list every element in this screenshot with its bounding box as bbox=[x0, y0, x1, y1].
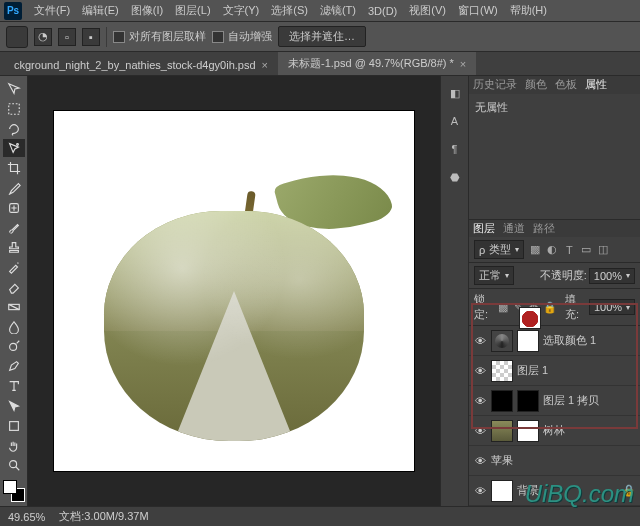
type-tool[interactable] bbox=[3, 377, 25, 395]
blend-mode-dropdown[interactable]: 正常▾ bbox=[474, 266, 514, 285]
filter-type-icon[interactable]: T bbox=[562, 243, 576, 257]
layer-row[interactable]: 👁 选取颜色 1 bbox=[469, 326, 640, 356]
visibility-icon[interactable]: 👁 bbox=[473, 365, 487, 377]
close-icon[interactable]: × bbox=[460, 58, 466, 70]
layer-row[interactable]: 👁 背景 🔒 bbox=[469, 476, 640, 506]
color-panel-icon[interactable]: ◧ bbox=[446, 84, 464, 102]
layer-thumb[interactable] bbox=[491, 420, 513, 442]
gradient-tool[interactable] bbox=[3, 298, 25, 316]
menu-view[interactable]: 视图(V) bbox=[403, 3, 452, 18]
layer-thumb[interactable] bbox=[519, 326, 541, 329]
layer-row[interactable]: 👁 苹果 bbox=[469, 446, 640, 476]
history-brush-tool[interactable] bbox=[3, 258, 25, 276]
layer-name[interactable]: 树林 bbox=[543, 423, 636, 438]
layer-name[interactable]: 背景 bbox=[517, 483, 618, 498]
color-swatch[interactable] bbox=[3, 480, 25, 502]
crop-tool[interactable] bbox=[3, 159, 25, 177]
canvas-area[interactable] bbox=[28, 76, 440, 506]
layer-kind-dropdown[interactable]: ρ类型▾ bbox=[474, 240, 524, 259]
paragraph-panel-icon[interactable]: ¶ bbox=[446, 140, 464, 158]
visibility-icon[interactable]: 👁 bbox=[473, 335, 487, 347]
stamp-tool[interactable] bbox=[3, 239, 25, 257]
eyedropper-tool[interactable] bbox=[3, 179, 25, 197]
libraries-panel-icon[interactable]: ⬣ bbox=[446, 168, 464, 186]
move-tool[interactable] bbox=[3, 80, 25, 98]
foreground-color[interactable] bbox=[3, 480, 17, 494]
sample-all-checkbox[interactable]: 对所有图层取样 bbox=[113, 29, 206, 44]
brush-size-icon[interactable]: ◔ bbox=[34, 28, 52, 46]
close-icon[interactable]: × bbox=[262, 59, 268, 71]
visibility-icon[interactable]: 👁 bbox=[473, 425, 487, 437]
menu-filter[interactable]: 滤镜(T) bbox=[314, 3, 362, 18]
menu-help[interactable]: 帮助(H) bbox=[504, 3, 553, 18]
tab-history[interactable]: 历史记录 bbox=[473, 77, 517, 92]
hand-tool[interactable] bbox=[3, 437, 25, 455]
refine-edge-button[interactable]: 选择并遮住… bbox=[278, 26, 366, 47]
current-tool-preset[interactable] bbox=[6, 26, 28, 48]
menu-type[interactable]: 文字(Y) bbox=[217, 3, 266, 18]
zoom-value[interactable]: 49.65% bbox=[8, 511, 45, 523]
shape-tool[interactable] bbox=[3, 417, 25, 435]
layer-row[interactable]: 👁 图层 1 bbox=[469, 356, 640, 386]
path-select-tool[interactable] bbox=[3, 397, 25, 415]
layer-thumb[interactable] bbox=[491, 480, 513, 502]
doc-size-label[interactable]: 文档:3.00M/9.37M bbox=[59, 509, 148, 524]
opacity-input[interactable]: 100%▾ bbox=[589, 268, 635, 284]
quick-select-tool[interactable] bbox=[3, 139, 25, 157]
lock-all-icon[interactable]: 🔒 bbox=[543, 300, 557, 314]
dodge-tool[interactable] bbox=[3, 338, 25, 356]
layer-row[interactable]: 👁 树林 bbox=[469, 416, 640, 446]
tab-properties[interactable]: 属性 bbox=[585, 77, 607, 92]
layer-thumb[interactable] bbox=[491, 390, 513, 412]
lock-transparent-icon[interactable]: ▩ bbox=[498, 300, 509, 314]
tab-color[interactable]: 颜色 bbox=[525, 77, 547, 92]
layer-name[interactable]: 图层 1 bbox=[517, 363, 636, 378]
tab-channels[interactable]: 通道 bbox=[503, 221, 525, 236]
visibility-icon[interactable]: 👁 bbox=[473, 455, 487, 467]
character-panel-icon[interactable]: A bbox=[446, 112, 464, 130]
menu-select[interactable]: 选择(S) bbox=[265, 3, 314, 18]
new-selection-icon[interactable]: ▫ bbox=[58, 28, 76, 46]
menu-3d[interactable]: 3D(D) bbox=[362, 5, 403, 17]
filter-shape-icon[interactable]: ▭ bbox=[579, 243, 593, 257]
document-canvas[interactable] bbox=[54, 111, 414, 471]
auto-enhance-checkbox[interactable]: 自动增强 bbox=[212, 29, 272, 44]
menu-layer[interactable]: 图层(L) bbox=[169, 3, 216, 18]
layers-list[interactable]: 👁 选取颜色 1 👁 图层 1 👁 图层 1 拷贝 bbox=[469, 326, 640, 506]
menu-edit[interactable]: 编辑(E) bbox=[76, 3, 125, 18]
blur-tool[interactable] bbox=[3, 318, 25, 336]
add-selection-icon[interactable]: ▪ bbox=[82, 28, 100, 46]
zoom-tool[interactable] bbox=[3, 456, 25, 474]
layer-thumb[interactable] bbox=[491, 330, 513, 352]
workspace: ◧ A ¶ ⬣ 历史记录 颜色 色板 属性 无属性 图层 通道 路径 bbox=[0, 76, 640, 506]
menu-image[interactable]: 图像(I) bbox=[125, 3, 169, 18]
layer-name[interactable]: 苹果 bbox=[491, 453, 636, 468]
healing-tool[interactable] bbox=[3, 199, 25, 217]
filter-adjust-icon[interactable]: ◐ bbox=[545, 243, 559, 257]
tab-layers[interactable]: 图层 bbox=[473, 221, 495, 236]
fill-input[interactable]: 100%▾ bbox=[589, 299, 635, 315]
document-tab-2[interactable]: 未标题-1.psd @ 49.7%(RGB/8#) * × bbox=[278, 52, 476, 75]
tab-paths[interactable]: 路径 bbox=[533, 221, 555, 236]
tab-swatches[interactable]: 色板 bbox=[555, 77, 577, 92]
filter-smart-icon[interactable]: ◫ bbox=[596, 243, 610, 257]
visibility-icon[interactable]: 👁 bbox=[473, 395, 487, 407]
lasso-tool[interactable] bbox=[3, 120, 25, 138]
eraser-tool[interactable] bbox=[3, 278, 25, 296]
menu-window[interactable]: 窗口(W) bbox=[452, 3, 504, 18]
menu-file[interactable]: 文件(F) bbox=[28, 3, 76, 18]
pen-tool[interactable] bbox=[3, 357, 25, 375]
svg-point-6 bbox=[9, 461, 16, 468]
layer-mask-thumb[interactable] bbox=[517, 390, 539, 412]
filter-pixel-icon[interactable]: ▩ bbox=[528, 243, 542, 257]
marquee-tool[interactable] bbox=[3, 100, 25, 118]
layer-mask-thumb[interactable] bbox=[517, 420, 539, 442]
visibility-icon[interactable]: 👁 bbox=[473, 485, 487, 497]
layer-row[interactable]: 👁 图层 1 拷贝 bbox=[469, 386, 640, 416]
layer-mask-thumb[interactable] bbox=[517, 330, 539, 352]
layer-name[interactable]: 选取颜色 1 bbox=[543, 333, 636, 348]
layer-thumb[interactable] bbox=[491, 360, 513, 382]
brush-tool[interactable] bbox=[3, 219, 25, 237]
layer-name[interactable]: 图层 1 拷贝 bbox=[543, 393, 636, 408]
document-tab-1[interactable]: ckground_night_2_by_nathies_stock-d4gy0i… bbox=[4, 55, 278, 75]
